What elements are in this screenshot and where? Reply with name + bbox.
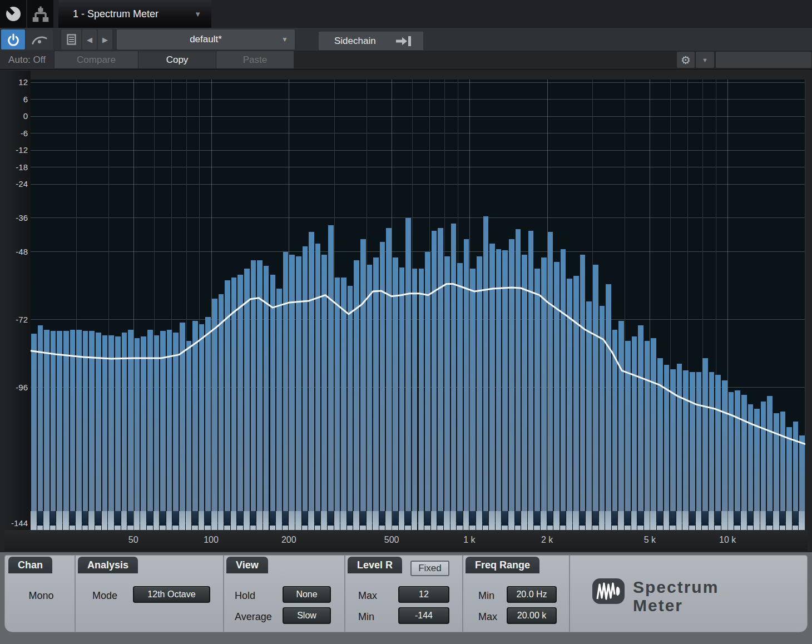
channel-mode-value[interactable]: Mono — [16, 587, 66, 604]
bypass-power-button[interactable] — [1, 29, 25, 49]
level-min-label: Min — [358, 608, 374, 625]
sidechain-routing-icon — [395, 36, 412, 46]
settings-button[interactable]: ⚙ — [677, 52, 695, 68]
brand-name-line2: Meter — [633, 596, 719, 615]
plugin-title: 1 - Spectrum Meter — [73, 8, 159, 20]
preset-name: default* — [190, 34, 222, 45]
freq-tick-label: 100 — [195, 535, 228, 545]
freq-tick-label: 1 k — [453, 535, 486, 545]
plugin-title-dropdown[interactable]: 1 - Spectrum Meter ▼ — [58, 0, 211, 28]
title-bar: 1 - Spectrum Meter ▼ — [0, 0, 812, 28]
freq-min-button[interactable]: 20.0 Hz — [507, 586, 557, 603]
db-tick-label: -36 — [4, 213, 28, 223]
db-tick-label: -48 — [4, 247, 28, 257]
edit-toolbar: Auto: Off Compare Copy Paste ⚙ ▼ — [0, 51, 812, 69]
freq-tick-label: 50 — [117, 535, 150, 545]
spectrum-plot[interactable] — [31, 80, 805, 530]
section-header-level-r: Level R — [348, 557, 402, 573]
section-header-view: View — [226, 557, 268, 573]
preset-toolbar: ◀ ▶ default* ▼ Sidechain — [0, 28, 812, 51]
average-curve — [31, 80, 805, 530]
freq-min-label: Min — [478, 587, 494, 604]
chevron-down-icon: ▼ — [281, 36, 288, 43]
section-divider — [462, 556, 463, 632]
db-tick-label: -18 — [4, 162, 28, 172]
empty-field — [716, 52, 811, 68]
db-scale: 1260-6-12-18-24-36-48-72-96-144 — [4, 71, 31, 551]
level-max-label: Max — [358, 587, 377, 604]
chevron-down-icon: ▼ — [702, 57, 708, 63]
chevron-down-icon: ▼ — [194, 10, 201, 18]
sidechain-button[interactable]: Sidechain — [319, 32, 423, 50]
average-button[interactable]: Slow — [283, 607, 331, 624]
power-icon — [7, 33, 20, 46]
preset-menu-button[interactable] — [61, 29, 81, 49]
presonus-logo-icon — [592, 578, 625, 605]
sidechain-label: Sidechain — [334, 36, 376, 47]
hold-label: Hold — [235, 587, 255, 604]
db-tick-label: -12 — [4, 145, 28, 155]
db-tick-label: 12 — [4, 77, 28, 87]
level-fixed-toggle[interactable]: Fixed — [410, 561, 449, 576]
freq-tick-label: 200 — [272, 535, 305, 545]
freq-max-label: Max — [478, 608, 497, 625]
routing-button[interactable] — [27, 0, 53, 28]
routing-tree-icon — [31, 4, 51, 24]
freq-max-button[interactable]: 20.00 k — [507, 607, 557, 624]
db-tick-label: -24 — [4, 179, 28, 189]
level-min-button[interactable]: -144 — [398, 607, 449, 624]
preset-selector[interactable]: default* ▼ — [117, 29, 295, 49]
analysis-mode-button[interactable]: 12th Octave — [133, 586, 210, 603]
db-tick-label: 0 — [4, 111, 28, 121]
freq-tick-label: 10 k — [711, 535, 744, 545]
spectrum-meter-plugin-window: 1 - Spectrum Meter ▼ ◀ ▶ — [0, 0, 812, 644]
copy-button[interactable]: Copy — [138, 51, 216, 68]
gear-icon: ⚙ — [681, 53, 691, 67]
section-header-analysis: Analysis — [78, 557, 138, 573]
parameter-panel: Chan Analysis View Level R Freq Range Mo… — [4, 555, 808, 632]
hold-button[interactable]: None — [283, 586, 331, 603]
db-tick-label: -144 — [4, 518, 28, 528]
brand-name-line1: Spectrum — [633, 578, 719, 596]
automation-mode-display[interactable]: Auto: Off — [0, 51, 54, 69]
section-header-chan: Chan — [8, 557, 52, 573]
brand-area: Spectrum Meter — [592, 578, 719, 615]
section-header-freq-range: Freq Range — [466, 557, 539, 573]
section-divider — [569, 556, 570, 632]
db-tick-label: -72 — [4, 315, 28, 325]
previous-preset-button[interactable]: ◀ — [82, 29, 97, 49]
db-tick-label: 6 — [4, 95, 28, 105]
instrument-knob-button[interactable] — [0, 0, 26, 28]
right-triangle-icon: ▶ — [102, 36, 108, 44]
parameter-footer: Chan Analysis View Level R Freq Range Mo… — [0, 552, 812, 644]
left-triangle-icon: ◀ — [87, 36, 92, 44]
settings-dropdown-button[interactable]: ▼ — [696, 52, 714, 68]
spectrum-display-frame: 1260-6-12-18-24-36-48-72-96-144 50100200… — [0, 69, 812, 552]
automation-button[interactable] — [26, 29, 53, 49]
freq-tick-label: 2 k — [531, 535, 564, 545]
section-divider — [75, 556, 76, 632]
frequency-scale: 501002005001 k2 k5 k10 k — [4, 530, 808, 551]
paste-button[interactable]: Paste — [216, 51, 294, 68]
compare-button[interactable]: Compare — [55, 51, 138, 68]
section-divider — [223, 556, 224, 632]
freq-tick-label: 5 k — [633, 535, 666, 545]
db-tick-label: -96 — [4, 383, 28, 393]
next-preset-button[interactable]: ▶ — [98, 29, 112, 49]
db-tick-label: -6 — [4, 128, 28, 138]
mode-label: Mode — [92, 587, 117, 604]
document-icon — [67, 34, 76, 45]
freq-tick-label: 500 — [375, 535, 408, 545]
brand-name: Spectrum Meter — [633, 578, 719, 615]
automation-curve-icon — [31, 33, 48, 46]
section-divider — [344, 556, 345, 632]
knob-icon — [4, 4, 23, 23]
level-max-button[interactable]: 12 — [398, 586, 449, 603]
average-label: Average — [235, 608, 272, 625]
